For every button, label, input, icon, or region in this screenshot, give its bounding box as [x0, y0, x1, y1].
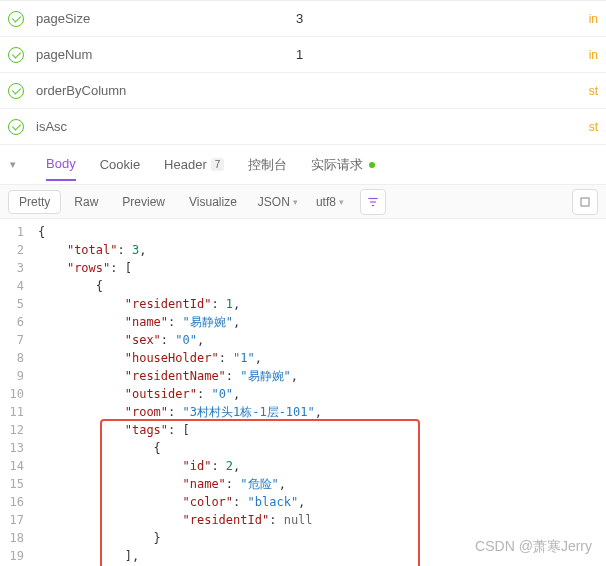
- param-type: st: [589, 120, 598, 134]
- format-dropdown[interactable]: JSON ▾: [250, 191, 306, 213]
- visualize-button[interactable]: Visualize: [178, 190, 248, 214]
- header-count-badge: 7: [211, 158, 225, 171]
- tab-actual-label: 实际请求: [311, 156, 363, 174]
- watermark: CSDN @萧寒Jerry: [475, 538, 592, 556]
- body-toolbar: Pretty Raw Preview Visualize JSON ▾ utf8…: [0, 185, 606, 219]
- encoding-dropdown[interactable]: utf8 ▾: [308, 191, 352, 213]
- params-table: pageSize3inpageNum1inorderByColumnstisAs…: [0, 0, 606, 145]
- check-icon: [8, 11, 24, 27]
- param-row[interactable]: isAscst: [0, 109, 606, 145]
- param-row[interactable]: pageNum1in: [0, 37, 606, 73]
- response-tabs: ▾ Body Cookie Header 7 控制台 实际请求: [0, 145, 606, 185]
- status-dot-icon: [369, 162, 375, 168]
- param-row[interactable]: pageSize3in: [0, 1, 606, 37]
- format-label: JSON: [258, 195, 290, 209]
- param-row[interactable]: orderByColumnst: [0, 73, 606, 109]
- chevron-down-icon: ▾: [339, 197, 344, 207]
- param-type: in: [589, 12, 598, 26]
- param-name: pageNum: [36, 47, 296, 62]
- json-viewer[interactable]: 123456789101112131415161718192021 { "tot…: [0, 219, 606, 566]
- code-content: { "total": 3, "rows": [ { "residentId": …: [32, 219, 322, 566]
- filter-icon[interactable]: [360, 189, 386, 215]
- param-type: in: [589, 48, 598, 62]
- chevron-down-icon[interactable]: ▾: [10, 158, 16, 171]
- check-icon: [8, 83, 24, 99]
- svg-rect-3: [581, 198, 589, 206]
- preview-button[interactable]: Preview: [111, 190, 176, 214]
- tab-header-label: Header: [164, 157, 207, 172]
- tab-cookie[interactable]: Cookie: [100, 149, 140, 180]
- tab-body[interactable]: Body: [46, 148, 76, 181]
- param-type: st: [589, 84, 598, 98]
- param-name: orderByColumn: [36, 83, 296, 98]
- expand-icon[interactable]: [572, 189, 598, 215]
- param-value: 1: [296, 47, 589, 62]
- chevron-down-icon: ▾: [293, 197, 298, 207]
- param-name: isAsc: [36, 119, 296, 134]
- check-icon: [8, 47, 24, 63]
- encoding-label: utf8: [316, 195, 336, 209]
- tab-actual-request[interactable]: 实际请求: [311, 148, 375, 182]
- tab-console[interactable]: 控制台: [248, 148, 287, 182]
- raw-button[interactable]: Raw: [63, 190, 109, 214]
- param-value: 3: [296, 11, 589, 26]
- tab-header[interactable]: Header 7: [164, 149, 224, 180]
- line-gutter: 123456789101112131415161718192021: [0, 219, 32, 566]
- check-icon: [8, 119, 24, 135]
- param-name: pageSize: [36, 11, 296, 26]
- pretty-button[interactable]: Pretty: [8, 190, 61, 214]
